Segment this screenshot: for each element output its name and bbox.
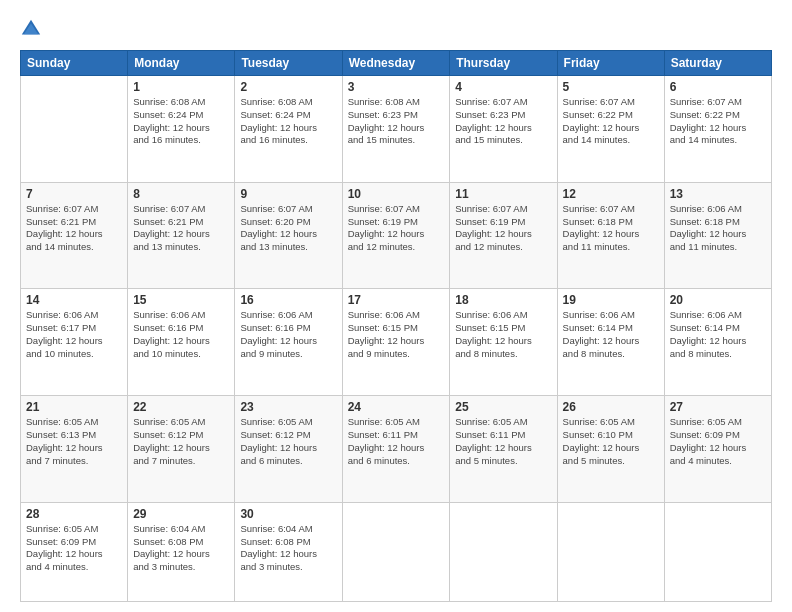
day-info: Sunrise: 6:06 AM Sunset: 6:17 PM Dayligh… — [26, 309, 122, 360]
day-info: Sunrise: 6:05 AM Sunset: 6:12 PM Dayligh… — [133, 416, 229, 467]
calendar-cell: 18Sunrise: 6:06 AM Sunset: 6:15 PM Dayli… — [450, 289, 557, 396]
calendar-day-header: Sunday — [21, 51, 128, 76]
calendar-cell — [450, 502, 557, 601]
day-number: 29 — [133, 507, 229, 521]
day-info: Sunrise: 6:05 AM Sunset: 6:11 PM Dayligh… — [455, 416, 551, 467]
calendar-day-header: Wednesday — [342, 51, 450, 76]
calendar-week-row: 14Sunrise: 6:06 AM Sunset: 6:17 PM Dayli… — [21, 289, 772, 396]
day-info: Sunrise: 6:06 AM Sunset: 6:16 PM Dayligh… — [240, 309, 336, 360]
day-info: Sunrise: 6:06 AM Sunset: 6:15 PM Dayligh… — [348, 309, 445, 360]
day-info: Sunrise: 6:06 AM Sunset: 6:16 PM Dayligh… — [133, 309, 229, 360]
day-info: Sunrise: 6:07 AM Sunset: 6:22 PM Dayligh… — [670, 96, 766, 147]
day-number: 3 — [348, 80, 445, 94]
day-number: 9 — [240, 187, 336, 201]
day-info: Sunrise: 6:07 AM Sunset: 6:23 PM Dayligh… — [455, 96, 551, 147]
calendar-cell: 8Sunrise: 6:07 AM Sunset: 6:21 PM Daylig… — [128, 182, 235, 289]
calendar-cell — [664, 502, 771, 601]
calendar-cell: 19Sunrise: 6:06 AM Sunset: 6:14 PM Dayli… — [557, 289, 664, 396]
day-number: 16 — [240, 293, 336, 307]
day-number: 6 — [670, 80, 766, 94]
calendar-cell: 12Sunrise: 6:07 AM Sunset: 6:18 PM Dayli… — [557, 182, 664, 289]
calendar-table: SundayMondayTuesdayWednesdayThursdayFrid… — [20, 50, 772, 602]
calendar-cell: 6Sunrise: 6:07 AM Sunset: 6:22 PM Daylig… — [664, 76, 771, 183]
day-number: 19 — [563, 293, 659, 307]
calendar-week-row: 28Sunrise: 6:05 AM Sunset: 6:09 PM Dayli… — [21, 502, 772, 601]
header — [20, 18, 772, 40]
calendar-cell: 24Sunrise: 6:05 AM Sunset: 6:11 PM Dayli… — [342, 396, 450, 503]
calendar-cell: 11Sunrise: 6:07 AM Sunset: 6:19 PM Dayli… — [450, 182, 557, 289]
day-number: 26 — [563, 400, 659, 414]
day-info: Sunrise: 6:07 AM Sunset: 6:21 PM Dayligh… — [26, 203, 122, 254]
calendar-cell — [557, 502, 664, 601]
day-number: 11 — [455, 187, 551, 201]
day-number: 4 — [455, 80, 551, 94]
calendar-header-row: SundayMondayTuesdayWednesdayThursdayFrid… — [21, 51, 772, 76]
calendar-cell: 7Sunrise: 6:07 AM Sunset: 6:21 PM Daylig… — [21, 182, 128, 289]
page: SundayMondayTuesdayWednesdayThursdayFrid… — [0, 0, 792, 612]
calendar-cell: 25Sunrise: 6:05 AM Sunset: 6:11 PM Dayli… — [450, 396, 557, 503]
calendar-cell: 15Sunrise: 6:06 AM Sunset: 6:16 PM Dayli… — [128, 289, 235, 396]
day-info: Sunrise: 6:05 AM Sunset: 6:12 PM Dayligh… — [240, 416, 336, 467]
day-number: 10 — [348, 187, 445, 201]
day-number: 17 — [348, 293, 445, 307]
day-info: Sunrise: 6:04 AM Sunset: 6:08 PM Dayligh… — [240, 523, 336, 574]
day-info: Sunrise: 6:07 AM Sunset: 6:22 PM Dayligh… — [563, 96, 659, 147]
calendar-cell: 27Sunrise: 6:05 AM Sunset: 6:09 PM Dayli… — [664, 396, 771, 503]
day-info: Sunrise: 6:05 AM Sunset: 6:09 PM Dayligh… — [26, 523, 122, 574]
calendar-cell: 26Sunrise: 6:05 AM Sunset: 6:10 PM Dayli… — [557, 396, 664, 503]
day-number: 7 — [26, 187, 122, 201]
day-number: 25 — [455, 400, 551, 414]
calendar-cell: 9Sunrise: 6:07 AM Sunset: 6:20 PM Daylig… — [235, 182, 342, 289]
calendar-cell: 30Sunrise: 6:04 AM Sunset: 6:08 PM Dayli… — [235, 502, 342, 601]
calendar-cell: 4Sunrise: 6:07 AM Sunset: 6:23 PM Daylig… — [450, 76, 557, 183]
day-number: 5 — [563, 80, 659, 94]
calendar-cell — [342, 502, 450, 601]
day-info: Sunrise: 6:07 AM Sunset: 6:19 PM Dayligh… — [455, 203, 551, 254]
day-info: Sunrise: 6:08 AM Sunset: 6:24 PM Dayligh… — [133, 96, 229, 147]
calendar-cell: 2Sunrise: 6:08 AM Sunset: 6:24 PM Daylig… — [235, 76, 342, 183]
day-info: Sunrise: 6:08 AM Sunset: 6:23 PM Dayligh… — [348, 96, 445, 147]
calendar-cell: 16Sunrise: 6:06 AM Sunset: 6:16 PM Dayli… — [235, 289, 342, 396]
day-number: 2 — [240, 80, 336, 94]
day-info: Sunrise: 6:07 AM Sunset: 6:19 PM Dayligh… — [348, 203, 445, 254]
calendar-cell: 3Sunrise: 6:08 AM Sunset: 6:23 PM Daylig… — [342, 76, 450, 183]
calendar-cell: 21Sunrise: 6:05 AM Sunset: 6:13 PM Dayli… — [21, 396, 128, 503]
day-info: Sunrise: 6:06 AM Sunset: 6:14 PM Dayligh… — [563, 309, 659, 360]
day-number: 18 — [455, 293, 551, 307]
calendar-day-header: Friday — [557, 51, 664, 76]
calendar-cell: 14Sunrise: 6:06 AM Sunset: 6:17 PM Dayli… — [21, 289, 128, 396]
day-info: Sunrise: 6:05 AM Sunset: 6:11 PM Dayligh… — [348, 416, 445, 467]
calendar-cell — [21, 76, 128, 183]
day-number: 21 — [26, 400, 122, 414]
day-info: Sunrise: 6:06 AM Sunset: 6:14 PM Dayligh… — [670, 309, 766, 360]
logo-icon — [20, 18, 42, 40]
calendar-cell: 28Sunrise: 6:05 AM Sunset: 6:09 PM Dayli… — [21, 502, 128, 601]
calendar-day-header: Tuesday — [235, 51, 342, 76]
day-info: Sunrise: 6:06 AM Sunset: 6:15 PM Dayligh… — [455, 309, 551, 360]
calendar-week-row: 1Sunrise: 6:08 AM Sunset: 6:24 PM Daylig… — [21, 76, 772, 183]
day-info: Sunrise: 6:06 AM Sunset: 6:18 PM Dayligh… — [670, 203, 766, 254]
logo — [20, 18, 46, 40]
calendar-week-row: 21Sunrise: 6:05 AM Sunset: 6:13 PM Dayli… — [21, 396, 772, 503]
day-number: 14 — [26, 293, 122, 307]
day-number: 24 — [348, 400, 445, 414]
day-info: Sunrise: 6:05 AM Sunset: 6:10 PM Dayligh… — [563, 416, 659, 467]
day-number: 12 — [563, 187, 659, 201]
day-number: 8 — [133, 187, 229, 201]
day-info: Sunrise: 6:08 AM Sunset: 6:24 PM Dayligh… — [240, 96, 336, 147]
day-number: 22 — [133, 400, 229, 414]
calendar-day-header: Monday — [128, 51, 235, 76]
day-info: Sunrise: 6:05 AM Sunset: 6:13 PM Dayligh… — [26, 416, 122, 467]
calendar-cell: 23Sunrise: 6:05 AM Sunset: 6:12 PM Dayli… — [235, 396, 342, 503]
day-number: 20 — [670, 293, 766, 307]
day-info: Sunrise: 6:07 AM Sunset: 6:18 PM Dayligh… — [563, 203, 659, 254]
calendar-cell: 22Sunrise: 6:05 AM Sunset: 6:12 PM Dayli… — [128, 396, 235, 503]
calendar-cell: 17Sunrise: 6:06 AM Sunset: 6:15 PM Dayli… — [342, 289, 450, 396]
day-info: Sunrise: 6:07 AM Sunset: 6:20 PM Dayligh… — [240, 203, 336, 254]
calendar-day-header: Thursday — [450, 51, 557, 76]
calendar-cell: 29Sunrise: 6:04 AM Sunset: 6:08 PM Dayli… — [128, 502, 235, 601]
calendar-cell: 1Sunrise: 6:08 AM Sunset: 6:24 PM Daylig… — [128, 76, 235, 183]
day-number: 30 — [240, 507, 336, 521]
calendar-cell: 5Sunrise: 6:07 AM Sunset: 6:22 PM Daylig… — [557, 76, 664, 183]
day-number: 15 — [133, 293, 229, 307]
